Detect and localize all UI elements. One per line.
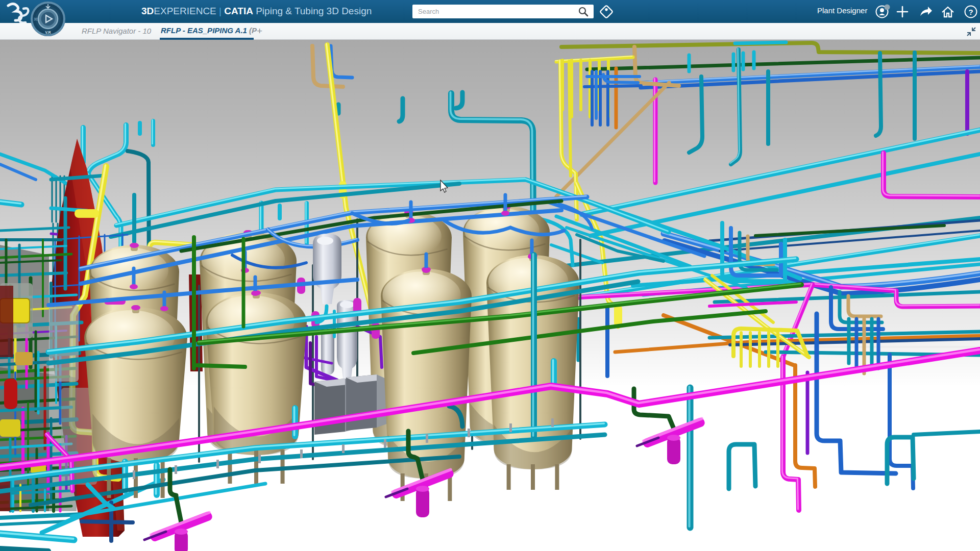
svg-text:?: ? bbox=[968, 8, 973, 16]
